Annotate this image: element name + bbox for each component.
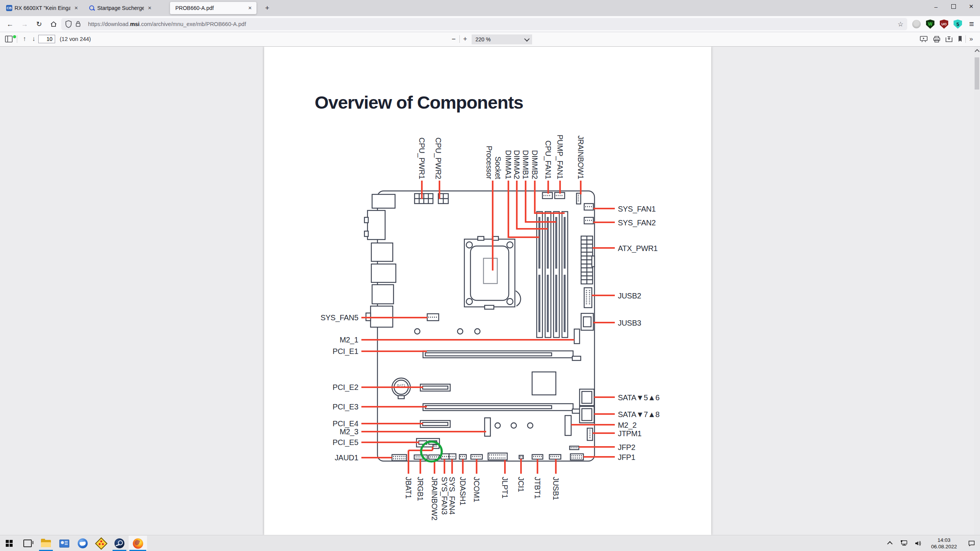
extension-icon-ublock[interactable]: UO bbox=[939, 19, 949, 29]
computerbase-favicon: CB bbox=[6, 5, 12, 11]
motherboard-diagram: CPU_PWR1 CPU_PWR2 Processor Socket DIMMA… bbox=[264, 47, 711, 535]
pdf-sidebar-toggle[interactable] bbox=[3, 34, 15, 44]
component-label: PCI_E4 bbox=[333, 419, 358, 428]
component-label: CPU_PWR2 bbox=[434, 137, 443, 179]
app-menu-button[interactable]: ≡ bbox=[966, 19, 977, 29]
component-label: JTBT1 bbox=[533, 477, 542, 499]
w-shield-icon: W bbox=[926, 20, 934, 29]
windows-logo-icon bbox=[6, 540, 13, 547]
tab-prob660a-pdf[interactable]: PROB660-A.pdf ✕ bbox=[170, 2, 256, 14]
component-label: PUMP_FAN1 bbox=[555, 135, 564, 179]
ublock-shield-icon: UO bbox=[940, 20, 948, 29]
taskbar-thunderbird[interactable] bbox=[74, 536, 92, 551]
diamond-app-icon bbox=[95, 537, 108, 550]
presentation-mode-button[interactable] bbox=[918, 34, 929, 44]
task-view-button[interactable] bbox=[18, 536, 37, 551]
component-label: DIMMB2 bbox=[531, 150, 539, 179]
taskbar-steam[interactable] bbox=[110, 536, 129, 551]
reload-button[interactable]: ↻ bbox=[33, 18, 45, 30]
extension-icon-w-shield[interactable]: W bbox=[925, 19, 936, 29]
component-label: PCI_E2 bbox=[333, 383, 358, 392]
minimize-button[interactable]: – bbox=[927, 0, 945, 13]
tab-startpage[interactable]: Startpage Suchergebnisse ✕ bbox=[86, 2, 156, 14]
close-window-button[interactable]: ✕ bbox=[962, 0, 980, 13]
restore-icon bbox=[951, 4, 956, 9]
volume-control[interactable] bbox=[911, 540, 925, 547]
component-label: JAUD1 bbox=[335, 453, 358, 462]
home-button[interactable] bbox=[47, 18, 60, 30]
component-label: SATA▼7▲8 bbox=[618, 410, 660, 419]
tracking-shield-icon[interactable] bbox=[65, 20, 72, 28]
hidden-icons-button[interactable] bbox=[884, 541, 897, 545]
start-button[interactable] bbox=[0, 536, 18, 551]
print-button[interactable] bbox=[931, 34, 942, 44]
action-center-button[interactable] bbox=[963, 540, 980, 547]
toolbar-overflow-button[interactable]: » bbox=[967, 34, 975, 44]
previous-page-button[interactable]: ↑ bbox=[20, 34, 29, 44]
zoom-level-select[interactable]: 220 % bbox=[472, 34, 532, 44]
taskbar-clock[interactable]: 14:03 06.08.2022 bbox=[925, 537, 963, 550]
component-label: SYS_FAN5 bbox=[320, 313, 358, 322]
system-tray: 14:03 06.08.2022 bbox=[884, 535, 980, 551]
tab-close-icon[interactable]: ✕ bbox=[73, 5, 80, 11]
new-tab-button[interactable]: + bbox=[262, 3, 273, 14]
url-bar[interactable]: https://download.msi.com/archive/mnu_exe… bbox=[61, 18, 907, 30]
viewer-scrollbar[interactable] bbox=[974, 47, 980, 535]
lock-icon[interactable] bbox=[75, 20, 81, 28]
zoom-level-value: 220 % bbox=[475, 36, 491, 42]
tab-bar: CB RX 6600XT "Kein Eingangssignal ✕ Star… bbox=[0, 0, 980, 16]
component-label: PCI_E3 bbox=[333, 403, 358, 411]
component-label: JBAT1 bbox=[404, 477, 413, 499]
component-label: JRAINBOW1 bbox=[577, 135, 585, 179]
notification-icon bbox=[968, 540, 975, 547]
startpage-favicon bbox=[89, 5, 95, 11]
component-label: DIMMA2 bbox=[513, 150, 521, 179]
component-label: JDASH1 bbox=[459, 477, 467, 505]
bookmark-star-icon[interactable]: ☆ bbox=[898, 20, 903, 28]
tab-close-icon[interactable]: ✕ bbox=[247, 5, 253, 11]
taskbar-file-explorer[interactable] bbox=[37, 536, 55, 551]
tab-close-icon[interactable]: ✕ bbox=[146, 5, 153, 11]
steam-icon bbox=[114, 538, 124, 548]
taskbar-firefox[interactable] bbox=[129, 536, 147, 551]
scrollbar-thumb[interactable] bbox=[975, 57, 979, 90]
presentation-icon bbox=[920, 36, 928, 42]
page-count-label: (12 von 244) bbox=[60, 36, 91, 42]
hamburger-icon: ≡ bbox=[969, 19, 974, 29]
component-label: JFP2 bbox=[618, 443, 635, 452]
zoom-out-button[interactable]: − bbox=[449, 34, 459, 44]
component-label: JLPT1 bbox=[501, 477, 509, 498]
page-number-input[interactable] bbox=[38, 35, 55, 43]
tab-title: Startpage Suchergebnisse bbox=[97, 5, 144, 11]
windows-taskbar: 14:03 06.08.2022 bbox=[0, 535, 980, 551]
current-view-bookmark-button[interactable] bbox=[956, 34, 965, 44]
save-button[interactable] bbox=[943, 34, 955, 44]
chevron-up-icon bbox=[887, 541, 893, 546]
tab-title: PROB660-A.pdf bbox=[175, 5, 244, 11]
next-page-button[interactable]: ↓ bbox=[29, 34, 38, 44]
component-label: DIMMA1 bbox=[504, 150, 513, 179]
component-label: JUSB1 bbox=[552, 477, 560, 500]
back-button[interactable]: ← bbox=[4, 18, 16, 30]
component-label: JTPM1 bbox=[618, 429, 642, 438]
restore-button[interactable] bbox=[945, 0, 962, 13]
taskbar-diamond-app[interactable] bbox=[92, 536, 110, 551]
extension-icon-generic[interactable] bbox=[911, 19, 922, 29]
forward-button[interactable]: → bbox=[18, 18, 31, 30]
task-view-icon bbox=[23, 540, 32, 547]
five-shield-icon: 5 bbox=[954, 20, 962, 29]
component-label: JRGB1 bbox=[416, 477, 425, 501]
component-label: JRAINBOW2 bbox=[430, 477, 439, 520]
scrollbar-up-icon[interactable] bbox=[975, 49, 980, 54]
network-status[interactable] bbox=[897, 540, 911, 547]
zoom-in-button[interactable]: + bbox=[460, 34, 470, 44]
component-label: JCOM1 bbox=[472, 477, 481, 502]
extension-icon-five-shield[interactable]: 5 bbox=[952, 19, 963, 29]
component-label: Processor bbox=[485, 146, 493, 179]
presentation-app-icon bbox=[59, 540, 69, 548]
taskbar-presentation-app[interactable] bbox=[55, 536, 74, 551]
component-label: JCI1 bbox=[517, 477, 525, 492]
print-icon bbox=[933, 36, 941, 42]
tab-rx6600xt[interactable]: CB RX 6600XT "Kein Eingangssignal ✕ bbox=[3, 2, 83, 14]
component-label: JFP1 bbox=[618, 453, 635, 461]
